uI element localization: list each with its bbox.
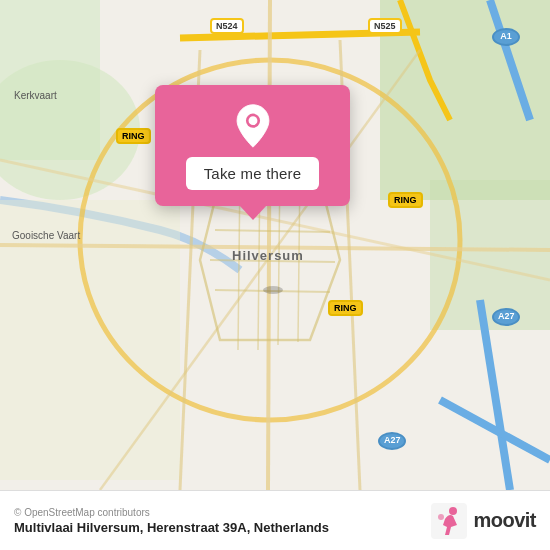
svg-point-6: [263, 286, 283, 294]
moovit-logo: moovit: [431, 503, 536, 539]
take-me-there-button[interactable]: Take me there: [186, 157, 320, 190]
moovit-icon: [431, 503, 467, 539]
svg-point-8: [248, 116, 257, 125]
road-badge-ring-3: RING: [328, 300, 363, 316]
road-badge-a1: A1: [492, 28, 520, 46]
place-label-gooische: Gooische Vaart: [12, 230, 80, 241]
map-container: N524 N525 RING RING RING A1 A27 A27 Kerk…: [0, 0, 550, 490]
svg-point-10: [449, 507, 457, 515]
road-badge-a27-1: A27: [492, 308, 520, 326]
road-badge-ring-1: RING: [116, 128, 151, 144]
location-pin-icon: [230, 103, 276, 149]
footer-left: © OpenStreetMap contributors Multivlaai …: [14, 507, 329, 535]
svg-rect-3: [0, 0, 100, 160]
place-label-hilversum: Hilversum: [232, 248, 304, 263]
svg-rect-4: [0, 200, 180, 480]
road-badge-n525: N525: [368, 18, 402, 34]
attribution-text: © OpenStreetMap contributors: [14, 507, 329, 518]
address-text: Multivlaai Hilversum, Herenstraat 39A, N…: [14, 520, 329, 535]
road-badge-n524: N524: [210, 18, 244, 34]
footer: © OpenStreetMap contributors Multivlaai …: [0, 490, 550, 550]
svg-point-11: [438, 514, 444, 520]
place-label-kerkvaart: Kerkvaart: [14, 90, 57, 101]
popup-card: Take me there: [155, 85, 350, 206]
road-badge-a27-2: A27: [378, 432, 406, 450]
road-badge-ring-2: RING: [388, 192, 423, 208]
moovit-text: moovit: [473, 509, 536, 532]
